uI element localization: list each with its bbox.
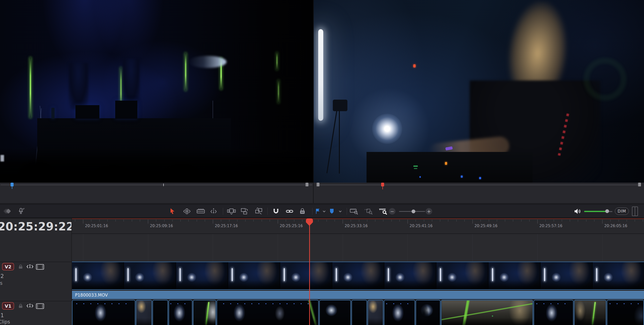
link-clips-button[interactable]: [286, 205, 293, 218]
timeline-track-header: 20:25:29:22 V2 2 s V1 1 Clips: [0, 218, 72, 325]
timeline-clip[interactable]: [384, 300, 415, 325]
zoom-out-button[interactable]: −: [389, 208, 395, 215]
timeline-scrub-bar[interactable]: [317, 185, 640, 185]
timeline-clip[interactable]: [351, 300, 367, 325]
ruler-tick: [156, 220, 156, 222]
marker-button[interactable]: [329, 205, 334, 218]
timeline-clip[interactable]: [368, 300, 383, 325]
timeline-out-handle[interactable]: [638, 183, 641, 186]
replace-clip-button[interactable]: [255, 205, 264, 218]
select-tool-button[interactable]: [170, 205, 176, 218]
ruler-tick: [432, 220, 432, 222]
stacked-clips-icon[interactable]: [3, 205, 13, 218]
ruler-tick: [619, 220, 619, 222]
playhead-line[interactable]: [309, 218, 310, 325]
timeline-clip[interactable]: [607, 300, 644, 325]
source-scrub-bar[interactable]: [1, 185, 312, 185]
microphone-icon[interactable]: [18, 205, 25, 218]
razor-edit-mode-button[interactable]: [196, 205, 205, 218]
position-lock-button[interactable]: [299, 205, 306, 218]
ruler-tick: [75, 220, 75, 222]
ruler-tick: [554, 220, 554, 222]
timeline-clip[interactable]: [534, 300, 574, 325]
ruler-tick: [83, 220, 83, 224]
track-v1-clips-row[interactable]: [72, 300, 644, 325]
bottle-silhouette: [51, 108, 55, 119]
insert-clip-button[interactable]: [227, 205, 236, 218]
dynamic-trim-mode-button[interactable]: [210, 205, 218, 218]
auto-select-icon[interactable]: [26, 303, 34, 309]
timeline-clip[interactable]: [152, 300, 168, 325]
red-indicator-light: [413, 64, 416, 67]
clip-thumbnail: [280, 262, 332, 289]
resolve-edit-page: ‹ ● › ‹ ● ›: [0, 0, 644, 325]
timeline-empty-area[interactable]: [72, 234, 644, 262]
auto-select-icon[interactable]: [26, 264, 34, 269]
dim-button[interactable]: DIM: [615, 208, 629, 215]
ruler-tick: [367, 220, 367, 222]
speaker-icon[interactable]: [574, 205, 581, 218]
edit-toolbar: − + DIM: [0, 204, 644, 218]
source-scrub-tick: [163, 184, 164, 186]
trim-edit-mode-button[interactable]: [183, 205, 191, 218]
timeline-ruler[interactable]: 20:25:01:1620:25:09:1620:25:17:1620:25:2…: [72, 218, 644, 234]
ruler-tick: [148, 220, 148, 224]
timeline-clip[interactable]: [169, 300, 192, 325]
volume-knob[interactable]: [605, 209, 609, 213]
mixer-led: [445, 162, 447, 165]
audio-meters-icon[interactable]: [632, 207, 638, 216]
timeline-zoom-custom-button[interactable]: [379, 205, 387, 218]
source-position-marker[interactable]: [11, 183, 14, 186]
timeline-clip[interactable]: [136, 300, 152, 325]
ruler-tick: [343, 220, 343, 224]
timeline-clip[interactable]: [319, 300, 351, 325]
track-v1-clipcount-fragment: Clips: [0, 319, 10, 324]
timeline-zoom-knob[interactable]: [412, 210, 415, 213]
timeline-in-handle[interactable]: [316, 183, 319, 186]
ruler-tick: [570, 220, 570, 222]
ruler-tick: [278, 220, 278, 224]
track-v2-badge[interactable]: V2: [2, 263, 14, 270]
timeline-clip[interactable]: [441, 300, 533, 325]
track-v2-clipcount-fragment: s: [0, 280, 3, 286]
timeline-position-marker[interactable]: [381, 183, 384, 186]
timeline-clip[interactable]: [217, 300, 319, 325]
track-lock-icon[interactable]: [18, 304, 23, 308]
snapping-button[interactable]: [272, 205, 279, 218]
volume-slider[interactable]: [584, 211, 607, 212]
ruler-tick: [448, 220, 448, 222]
marker-chevron-icon[interactable]: [339, 205, 342, 218]
ruler-tick: [302, 220, 302, 222]
ruler-tick: [107, 220, 108, 222]
film-frame-icon[interactable]: [36, 303, 44, 309]
track-v1-badge[interactable]: V1: [2, 302, 14, 310]
ruler-tick: [643, 220, 643, 222]
ruler-timecode-label: 20:25:09:16: [150, 224, 173, 228]
timeline-tracks-area[interactable]: 20:25:01:1620:25:09:1620:25:17:1620:25:2…: [72, 218, 644, 325]
timeline-clip[interactable]: [193, 300, 216, 325]
timeline-zoom-detail-button[interactable]: [364, 205, 373, 218]
timeline-clip[interactable]: [72, 300, 135, 325]
overwrite-clip-button[interactable]: [240, 205, 249, 218]
timeline-clip[interactable]: [574, 300, 606, 325]
track-lock-icon[interactable]: [18, 264, 23, 269]
flag-chevron-icon[interactable]: [323, 205, 326, 218]
timeline-gridline: [602, 234, 602, 262]
clip-v2-filmstrip[interactable]: [72, 262, 644, 290]
clip-name-label: P1800033.MOV: [75, 293, 108, 298]
ruler-tick: [91, 220, 91, 222]
source-viewer-video[interactable]: [0, 0, 313, 183]
flag-button[interactable]: [315, 205, 320, 218]
track-header-v1: V1: [0, 301, 72, 310]
timeline-viewer-video[interactable]: [314, 0, 644, 183]
viewer-divider: [313, 183, 314, 204]
source-out-handle[interactable]: [305, 183, 308, 186]
ruler-tick: [327, 220, 327, 222]
clip-name-bar[interactable]: P1800033.MOV: [72, 291, 644, 299]
ruler-tick: [537, 220, 538, 224]
zoom-in-button[interactable]: +: [426, 208, 432, 215]
timeline-zoom-full-button[interactable]: [350, 205, 358, 218]
timeline-clip[interactable]: [416, 300, 440, 325]
action-camera-silhouette: [333, 100, 347, 111]
film-frame-icon[interactable]: [36, 264, 44, 270]
